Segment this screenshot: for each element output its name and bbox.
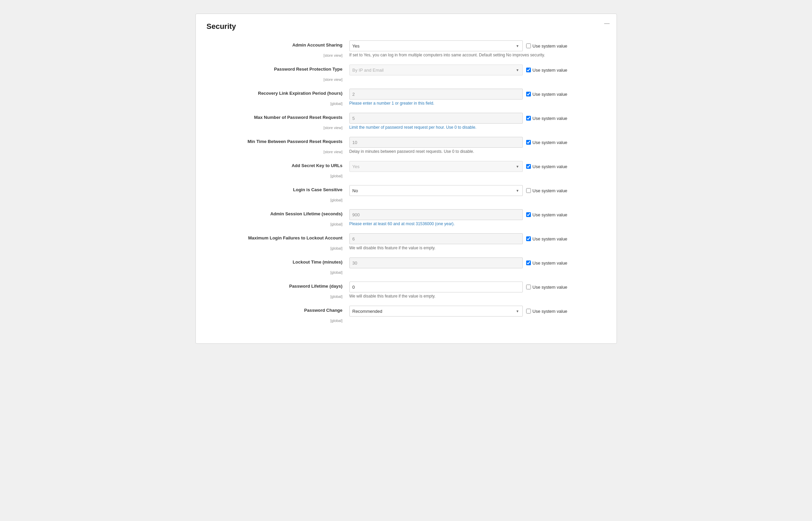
- select-wrapper-password-reset-protection-type: By IP and EmailBy IPBy EmailNone▼: [349, 65, 523, 75]
- form-row-recovery-link-expiration-period: Recovery Link Expiration Period (hours)[…: [207, 89, 606, 106]
- control-row-max-password-reset-requests: Use system value: [349, 113, 606, 124]
- use-system-value-label-password-lifetime[interactable]: Use system value: [526, 285, 568, 290]
- input-password-lifetime[interactable]: [349, 282, 523, 292]
- label-col-maximum-login-failures: Maximum Login Failures to Lockout Accoun…: [207, 233, 349, 251]
- select-password-reset-protection-type: By IP and EmailBy IPBy EmailNone: [349, 65, 523, 75]
- use-system-value-checkbox-password-reset-protection-type[interactable]: [526, 68, 531, 72]
- use-system-value-text-recovery-link-expiration-period: Use system value: [533, 92, 568, 97]
- label-recovery-link-expiration-period: Recovery Link Expiration Period (hours): [207, 91, 343, 96]
- panel-title: Security: [207, 22, 606, 31]
- label-col-max-password-reset-requests: Max Number of Password Reset Requests[st…: [207, 113, 349, 130]
- use-system-value-text-add-secret-key-to-urls: Use system value: [533, 164, 568, 169]
- scope-add-secret-key-to-urls: [global]: [330, 174, 342, 178]
- select-admin-account-sharing[interactable]: YesNo: [349, 40, 523, 51]
- control-col-admin-account-sharing: YesNo▼Use system valueIf set to Yes, you…: [349, 40, 606, 57]
- control-row-admin-account-sharing: YesNo▼Use system value: [349, 40, 606, 51]
- control-row-password-lifetime: Use system value: [349, 282, 606, 292]
- use-system-value-checkbox-admin-account-sharing[interactable]: [526, 43, 531, 48]
- label-password-reset-protection-type: Password Reset Protection Type: [207, 67, 343, 72]
- form-row-login-is-case-sensitive: Login is Case Sensitive[global]YesNo▼Use…: [207, 185, 606, 202]
- use-system-value-label-max-password-reset-requests[interactable]: Use system value: [526, 116, 568, 121]
- minimize-button[interactable]: —: [604, 21, 610, 26]
- label-max-password-reset-requests: Max Number of Password Reset Requests: [207, 115, 343, 120]
- control-row-password-change: RecommendedRequiredForced▼Use system val…: [349, 306, 606, 317]
- label-min-time-between-password-reset: Min Time Between Password Reset Requests: [207, 139, 343, 144]
- label-lockout-time: Lockout Time (minutes): [207, 259, 343, 265]
- control-col-password-change: RecommendedRequiredForced▼Use system val…: [349, 306, 606, 317]
- form-row-password-lifetime: Password Lifetime (days)[global]Use syst…: [207, 282, 606, 299]
- control-col-recovery-link-expiration-period: Use system valuePlease enter a number 1 …: [349, 89, 606, 106]
- use-system-value-label-maximum-login-failures[interactable]: Use system value: [526, 236, 568, 241]
- select-login-is-case-sensitive[interactable]: YesNo: [349, 185, 523, 196]
- input-lockout-time: [349, 257, 523, 268]
- hint-max-password-reset-requests: Limit the number of password reset reque…: [349, 125, 606, 130]
- form-row-add-secret-key-to-urls: Add Secret Key to URLs[global]YesNo▼Use …: [207, 161, 606, 178]
- use-system-value-label-login-is-case-sensitive[interactable]: Use system value: [526, 188, 568, 193]
- control-col-add-secret-key-to-urls: YesNo▼Use system value: [349, 161, 606, 172]
- label-maximum-login-failures: Maximum Login Failures to Lockout Accoun…: [207, 235, 343, 240]
- use-system-value-label-password-change[interactable]: Use system value: [526, 309, 568, 314]
- use-system-value-checkbox-max-password-reset-requests[interactable]: [526, 116, 531, 121]
- use-system-value-label-admin-session-lifetime[interactable]: Use system value: [526, 212, 568, 217]
- use-system-value-label-min-time-between-password-reset[interactable]: Use system value: [526, 140, 568, 145]
- select-wrapper-admin-account-sharing: YesNo▼: [349, 40, 523, 51]
- use-system-value-text-admin-session-lifetime: Use system value: [533, 212, 568, 217]
- use-system-value-label-add-secret-key-to-urls[interactable]: Use system value: [526, 164, 568, 169]
- use-system-value-text-login-is-case-sensitive: Use system value: [533, 188, 568, 193]
- select-wrapper-password-change: RecommendedRequiredForced▼: [349, 306, 523, 317]
- control-col-password-lifetime: Use system valueWe will disable this fea…: [349, 282, 606, 299]
- control-row-min-time-between-password-reset: Use system value: [349, 137, 606, 148]
- use-system-value-checkbox-add-secret-key-to-urls[interactable]: [526, 164, 531, 169]
- input-min-time-between-password-reset: [349, 137, 523, 148]
- label-col-login-is-case-sensitive: Login is Case Sensitive[global]: [207, 185, 349, 202]
- control-row-login-is-case-sensitive: YesNo▼Use system value: [349, 185, 606, 196]
- use-system-value-checkbox-login-is-case-sensitive[interactable]: [526, 188, 531, 193]
- use-system-value-label-recovery-link-expiration-period[interactable]: Use system value: [526, 92, 568, 97]
- use-system-value-checkbox-min-time-between-password-reset[interactable]: [526, 140, 531, 145]
- control-col-min-time-between-password-reset: Use system valueDelay in minutes between…: [349, 137, 606, 154]
- use-system-value-text-password-reset-protection-type: Use system value: [533, 68, 568, 73]
- hint-password-lifetime: We will disable this feature if the valu…: [349, 294, 606, 299]
- scope-password-change: [global]: [330, 319, 342, 323]
- label-add-secret-key-to-urls: Add Secret Key to URLs: [207, 163, 343, 168]
- scope-min-time-between-password-reset: [store view]: [324, 150, 343, 154]
- form-row-admin-account-sharing: Admin Account Sharing[store view]YesNo▼U…: [207, 40, 606, 58]
- use-system-value-checkbox-lockout-time[interactable]: [526, 260, 531, 265]
- form-row-maximum-login-failures: Maximum Login Failures to Lockout Accoun…: [207, 233, 606, 251]
- control-col-max-password-reset-requests: Use system valueLimit the number of pass…: [349, 113, 606, 130]
- use-system-value-text-min-time-between-password-reset: Use system value: [533, 140, 568, 145]
- label-col-admin-account-sharing: Admin Account Sharing[store view]: [207, 40, 349, 58]
- label-password-change: Password Change: [207, 308, 343, 313]
- select-wrapper-login-is-case-sensitive: YesNo▼: [349, 185, 523, 196]
- use-system-value-checkbox-admin-session-lifetime[interactable]: [526, 212, 531, 217]
- select-add-secret-key-to-urls: YesNo: [349, 161, 523, 172]
- input-max-password-reset-requests: [349, 113, 523, 124]
- input-admin-session-lifetime: [349, 209, 523, 220]
- hint-admin-session-lifetime: Please enter at least 60 and at most 315…: [349, 221, 606, 226]
- use-system-value-label-password-reset-protection-type[interactable]: Use system value: [526, 68, 568, 73]
- scope-login-is-case-sensitive: [global]: [330, 198, 342, 202]
- control-row-recovery-link-expiration-period: Use system value: [349, 89, 606, 100]
- control-col-login-is-case-sensitive: YesNo▼Use system value: [349, 185, 606, 196]
- form-container: Admin Account Sharing[store view]YesNo▼U…: [207, 40, 606, 323]
- use-system-value-checkbox-maximum-login-failures[interactable]: [526, 236, 531, 241]
- form-row-min-time-between-password-reset: Min Time Between Password Reset Requests…: [207, 137, 606, 154]
- select-password-change[interactable]: RecommendedRequiredForced: [349, 306, 523, 317]
- label-col-lockout-time: Lockout Time (minutes)[global]: [207, 257, 349, 275]
- control-col-lockout-time: Use system value: [349, 257, 606, 268]
- use-system-value-label-admin-account-sharing[interactable]: Use system value: [526, 43, 568, 49]
- control-row-lockout-time: Use system value: [349, 257, 606, 268]
- label-admin-account-sharing: Admin Account Sharing: [207, 42, 343, 48]
- use-system-value-checkbox-password-lifetime[interactable]: [526, 285, 531, 289]
- hint-admin-account-sharing: If set to Yes, you can log in from multi…: [349, 53, 606, 57]
- hint-maximum-login-failures: We will disable this feature if the valu…: [349, 246, 606, 250]
- label-password-lifetime: Password Lifetime (days): [207, 284, 343, 289]
- use-system-value-label-lockout-time[interactable]: Use system value: [526, 260, 568, 266]
- use-system-value-checkbox-password-change[interactable]: [526, 309, 531, 313]
- control-row-admin-session-lifetime: Use system value: [349, 209, 606, 220]
- form-row-admin-session-lifetime: Admin Session Lifetime (seconds)[global]…: [207, 209, 606, 227]
- use-system-value-checkbox-recovery-link-expiration-period[interactable]: [526, 92, 531, 96]
- input-recovery-link-expiration-period: [349, 89, 523, 100]
- security-panel: Security — Admin Account Sharing[store v…: [195, 14, 617, 344]
- use-system-value-text-max-password-reset-requests: Use system value: [533, 116, 568, 121]
